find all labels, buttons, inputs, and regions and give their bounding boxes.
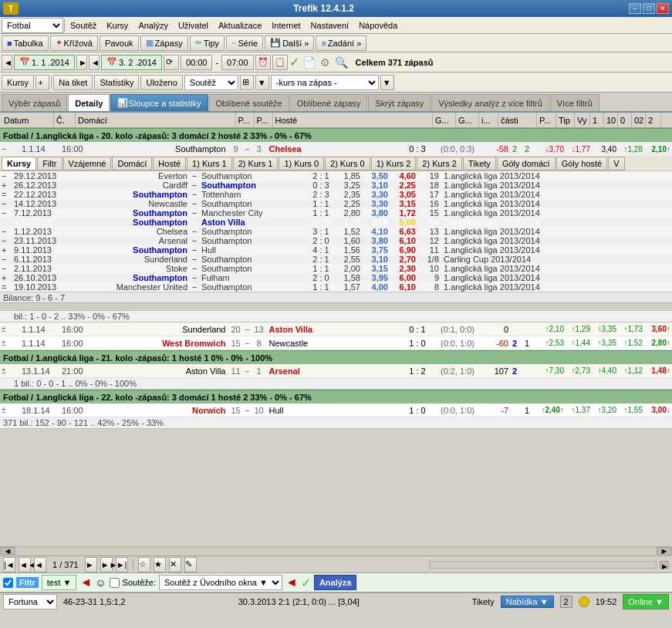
col-i[interactable]: i... (479, 113, 498, 127)
filter-icon-button[interactable]: ▼ (255, 75, 269, 90)
expand-icon-1[interactable]: − (2, 144, 11, 154)
doc-icon[interactable]: 📄 (302, 56, 316, 69)
expand-icon-3[interactable]: ± (2, 339, 11, 347)
sport-select[interactable]: Fotbal (2, 18, 63, 33)
col-p2[interactable]: P... (255, 113, 273, 127)
date2-button[interactable]: 📅 3. 2 .2014 (101, 55, 162, 70)
col-domaci[interactable]: Domácí (76, 113, 236, 127)
soutez-select[interactable]: Soutěž (184, 75, 238, 90)
stats-tab-goly-h[interactable]: Góly hosté (556, 157, 608, 171)
scroll-area[interactable]: Fotbal / 1.anglická liga - 20. kolo -záp… (0, 128, 672, 546)
stats-tab-kursy[interactable]: Kursy (2, 157, 36, 171)
stats-tab-kurs0-1[interactable]: 1) Kurs 0 (279, 157, 324, 171)
col-g2[interactable]: G... (456, 113, 479, 127)
stats-tab-tikety[interactable]: Tikety (463, 157, 496, 171)
main-h-scroll[interactable]: ◄ ► (0, 546, 672, 555)
stats-tab-vzajemne[interactable]: Vzájemné (63, 157, 112, 171)
menu-kursy[interactable]: Kursy (102, 19, 133, 32)
stats-tab-kurs2-1[interactable]: 1) Kurs 2 (371, 157, 417, 171)
stats-tab-kurs1-2[interactable]: 2) Kurs 1 (233, 157, 279, 171)
match-row-3[interactable]: ± 1.1.14 16:00 West Bromwich 15 − 8 Newc… (0, 336, 672, 350)
col-n2[interactable]: 2 (646, 113, 661, 127)
menu-napoveda[interactable]: Nápověda (354, 19, 402, 32)
online-button[interactable]: Online ▼ (623, 594, 669, 609)
bottom-h-scroll[interactable] (429, 561, 657, 569)
dalsi-button[interactable]: 💾 Další » (265, 35, 314, 51)
stats-tab-goly-d[interactable]: Góly domácí (497, 157, 555, 171)
col-n02[interactable]: 02 (632, 113, 646, 127)
next-date-button[interactable]: ► (76, 55, 87, 70)
edit-button[interactable]: ✎ (184, 557, 197, 572)
tipy-button[interactable]: ✏ Tipy (190, 35, 225, 51)
stats-tab-v[interactable]: V (608, 157, 624, 171)
kurs-select[interactable]: -kurs na zápas - (271, 75, 379, 90)
col-cislo[interactable]: Č. (54, 113, 76, 127)
bookmark-button[interactable]: ☆ (138, 557, 150, 572)
ulozeno-button[interactable]: Uloženo (140, 75, 182, 90)
tab-vyberzapasu[interactable]: Výběr zápasů (2, 94, 67, 111)
tabulka-button[interactable]: ■ Tabulka (2, 35, 49, 51)
col-casti[interactable]: části (498, 113, 537, 127)
maximize-button[interactable]: □ (643, 3, 655, 14)
tab-skryt[interactable]: Skrýt zápasy (368, 94, 431, 111)
match-row-4[interactable]: ± 13.1.14 21:00 Aston Villa 11 − 1 Arsen… (0, 364, 672, 378)
tab-sloupce[interactable]: 📊 Sloupce a statistiky (110, 94, 208, 111)
menu-uzivatel[interactable]: Uživatel (174, 19, 213, 32)
green-check-icon[interactable]: ✓ (301, 576, 311, 590)
soutez-icon-button[interactable]: ⊞ (240, 75, 254, 90)
col-p3[interactable]: P... (537, 113, 556, 127)
souteze-checkbox[interactable] (110, 578, 120, 588)
clock-button[interactable]: ⏰ (255, 55, 271, 70)
check-icon[interactable]: ✓ (289, 55, 299, 69)
menu-analyzy[interactable]: Analýzy (133, 19, 173, 32)
time1-button[interactable]: 00:00 (181, 55, 213, 70)
next5-page-button[interactable]: ►► (100, 557, 113, 572)
tab-vice-filtru[interactable]: Více filtrů (550, 94, 599, 111)
analyza-button[interactable]: Analýza (314, 575, 357, 590)
cal-button[interactable]: 📋 (272, 55, 288, 70)
scroll-track[interactable] (15, 547, 657, 555)
stats-tab-filtr[interactable]: Filtr (37, 157, 62, 171)
tab-vysledky[interactable]: Výsledky analýz z více filtrů (431, 94, 549, 111)
stats-tab-kurs1-1[interactable]: 1) Kurs 1 (187, 157, 232, 171)
col-n1[interactable]: 1 (590, 113, 604, 127)
statistiky-button[interactable]: Statistiky (94, 75, 139, 90)
search2-icon[interactable]: 🔍 (335, 56, 348, 69)
red-arrow-icon[interactable]: ◄ (79, 576, 92, 589)
zadani-button[interactable]: ≡ Zadání » (316, 35, 366, 51)
refresh-button[interactable]: ⟳ (164, 55, 179, 70)
next-page-button[interactable]: ► (85, 557, 97, 572)
close-button[interactable]: ✕ (657, 3, 669, 14)
prev-date-button[interactable]: ◄ (2, 55, 12, 70)
souteze-select[interactable]: Soutěž z Úvodního okna ▼ (159, 575, 282, 590)
na-tiket-button[interactable]: Na tiket (53, 75, 93, 90)
delete-button[interactable]: ✕ (169, 557, 181, 572)
historical-table[interactable]: − 29.12.2013 Everton − Southampton 2 : 1… (0, 171, 672, 292)
tab-oblibene-zapasy[interactable]: Oblíbené zápasy (290, 94, 368, 111)
scroll-right-btn[interactable]: ► (657, 547, 672, 555)
add-button[interactable]: + (35, 75, 49, 90)
last-page-button[interactable]: ►| (116, 557, 128, 572)
krizova-button[interactable]: ✦ Křížová (50, 35, 98, 51)
star-button[interactable]: ★ (154, 557, 166, 572)
h-scroll-1[interactable] (0, 302, 672, 310)
settings-icon[interactable]: ⚙ (320, 56, 330, 69)
stats-tab-kurs0-2[interactable]: 2) Kurs 0 (325, 157, 370, 171)
bottom-scroll-btn[interactable]: ► (660, 561, 669, 569)
col-vy[interactable]: Vy (575, 113, 590, 127)
menu-aktualizace[interactable]: Aktualizace (214, 19, 266, 32)
scroll-left-btn[interactable]: ◄ (0, 547, 15, 555)
col-hoste[interactable]: Hosté (273, 113, 434, 127)
stats-tab-hoste[interactable]: Hosté (153, 157, 186, 171)
red-arrow2-icon[interactable]: ◄ (285, 576, 298, 589)
menu-internet[interactable]: Internet (267, 19, 305, 32)
prev5-page-button[interactable]: ◄◄ (19, 557, 31, 572)
col-g1[interactable]: G... (433, 113, 456, 127)
col-tip[interactable]: Tip (556, 113, 575, 127)
tab-detaily[interactable]: Detaily (68, 94, 110, 111)
menu-nastaveni[interactable]: Nastavení (306, 19, 354, 32)
tab-oblibene-souteze[interactable]: Oblíbené soutěže (209, 94, 289, 111)
match-row-1[interactable]: − 1.1.14 16:00 Southampton 9 − 3 Chelsea… (0, 142, 672, 311)
nabidka-button[interactable]: Nabídka ▼ (501, 596, 554, 608)
pavouk-button[interactable]: Pavouk (100, 35, 139, 51)
